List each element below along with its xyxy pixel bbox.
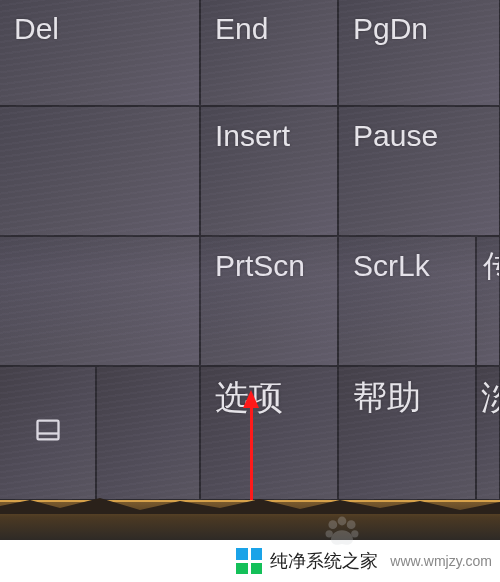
key-cut-right-1[interactable]: 传 bbox=[476, 236, 500, 366]
key-end[interactable]: End bbox=[200, 0, 338, 106]
key-label: ScrLk bbox=[353, 249, 430, 282]
key-insert[interactable]: Insert bbox=[200, 106, 338, 236]
key-help[interactable]: 帮助 bbox=[338, 366, 476, 500]
key-cut-right-2[interactable]: 淡 bbox=[476, 366, 500, 500]
key-dock[interactable] bbox=[0, 366, 96, 500]
key-label: 传 bbox=[483, 249, 500, 282]
key-pgdn[interactable]: PgDn bbox=[338, 0, 500, 106]
key-label: 淡 bbox=[481, 379, 500, 416]
key-label: Pause bbox=[353, 119, 438, 152]
svg-point-2 bbox=[328, 520, 337, 529]
wallpaper-mountains bbox=[0, 496, 500, 514]
key-blank-2[interactable] bbox=[0, 236, 200, 366]
key-label: 帮助 bbox=[353, 379, 421, 416]
brand-url: www.wmjzy.com bbox=[390, 553, 492, 569]
dock-icon bbox=[34, 416, 62, 450]
key-label: End bbox=[215, 12, 268, 45]
key-prtscn[interactable]: PrtScn bbox=[200, 236, 338, 366]
watermark-footer: 纯净系统之家 www.wmjzy.com bbox=[0, 540, 500, 582]
on-screen-keyboard: Del End PgDn Insert Pause PrtScn bbox=[0, 0, 500, 500]
svg-point-4 bbox=[347, 520, 356, 529]
key-options[interactable]: 选项 bbox=[200, 366, 338, 500]
svg-point-3 bbox=[338, 517, 347, 526]
desktop-taskbar-sliver bbox=[0, 500, 500, 540]
key-scrlk[interactable]: ScrLk bbox=[338, 236, 476, 366]
key-blank-3[interactable] bbox=[96, 366, 200, 500]
paw-icon bbox=[320, 510, 364, 554]
key-blank-1[interactable] bbox=[0, 106, 200, 236]
key-label: PrtScn bbox=[215, 249, 305, 282]
key-del[interactable]: Del bbox=[0, 0, 200, 106]
brand-logo-icon bbox=[236, 548, 262, 574]
key-pause[interactable]: Pause bbox=[338, 106, 500, 236]
key-label: Del bbox=[14, 12, 59, 45]
key-label: 选项 bbox=[215, 379, 283, 416]
key-label: Insert bbox=[215, 119, 290, 152]
svg-rect-0 bbox=[37, 421, 58, 440]
key-label: PgDn bbox=[353, 12, 428, 45]
